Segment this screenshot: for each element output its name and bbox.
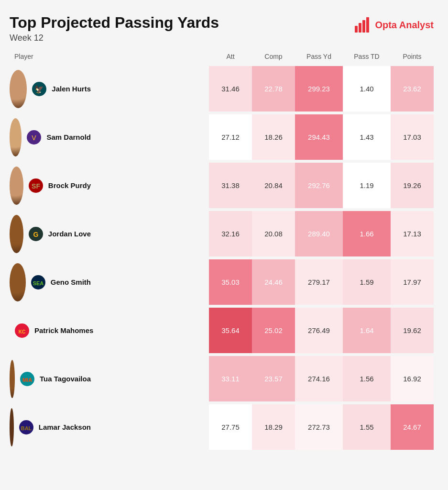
stat-passyd: 292.76 <box>295 163 343 208</box>
player-name: Tua Tagovailoa <box>40 375 91 383</box>
stat-att: 35.03 <box>209 259 252 305</box>
stat-passyd: 276.49 <box>295 308 343 353</box>
opta-logo-icon <box>354 16 371 33</box>
svg-point-5 <box>13 91 23 99</box>
logo-block: Opta Analyst <box>354 16 434 33</box>
player-identity: G Jordan Love <box>10 215 91 253</box>
stat-passtd: 1.40 <box>343 66 391 111</box>
stat-comp: 23.57 <box>252 356 295 401</box>
col-header-comp: Comp <box>252 53 295 60</box>
team-logo: SEA <box>31 275 46 290</box>
svg-point-21 <box>13 285 22 292</box>
stat-comp: 22.78 <box>252 66 295 111</box>
stat-points: 19.26 <box>391 163 434 208</box>
svg-text:SF: SF <box>32 182 40 190</box>
page-title: Top Projected Passing Yards <box>10 14 219 31</box>
player-identity: V Sam Darnold <box>10 118 91 156</box>
player-identity: BAL Lamar Jackson <box>10 408 91 446</box>
player-name: Geno Smith <box>51 278 91 286</box>
week-label: Week 12 <box>10 33 219 43</box>
svg-point-12 <box>14 181 20 187</box>
stat-att: 31.46 <box>209 66 252 111</box>
team-logo: 🦅 <box>32 81 47 97</box>
logo-opta: Opta <box>375 20 397 30</box>
table-row: V Sam Darnold 27.12 18.26 294.43 1.43 17… <box>10 114 434 160</box>
player-identity: KC Patrick Mahomes <box>10 312 91 350</box>
table-row: BAL Lamar Jackson 27.75 18.29 272.73 1.5… <box>10 404 434 450</box>
stat-points: 17.97 <box>391 259 434 305</box>
team-logo: KC <box>14 323 30 338</box>
team-logo: MIA <box>20 371 35 387</box>
stat-comp: 20.84 <box>252 163 295 208</box>
svg-rect-0 <box>355 26 358 33</box>
player-name: Sam Darnold <box>46 133 91 141</box>
stat-att: 27.12 <box>209 114 252 160</box>
team-logo: V <box>26 130 42 145</box>
player-name: Jalen Hurts <box>52 85 91 93</box>
stat-passyd: 272.73 <box>295 404 343 450</box>
stat-comp: 18.29 <box>252 404 295 450</box>
stat-passtd: 1.59 <box>343 259 391 305</box>
avatar <box>10 263 26 301</box>
stat-att: 33.11 <box>209 356 252 401</box>
svg-rect-2 <box>362 20 365 33</box>
stats-table: Player Att Comp Pass Yd Pass TD Points 🦅… <box>10 53 434 450</box>
svg-rect-3 <box>366 17 369 33</box>
logo-analyst: Analyst <box>397 20 434 30</box>
avatar <box>10 118 22 156</box>
col-header-passtd: Pass TD <box>343 53 391 60</box>
player-identity: SF Brock Purdy <box>10 167 91 205</box>
svg-text:V: V <box>32 134 37 142</box>
stat-points: 17.13 <box>391 211 434 256</box>
column-headers: Player Att Comp Pass Yd Pass TD Points <box>10 53 434 64</box>
avatar <box>10 167 23 205</box>
svg-text:SEA: SEA <box>33 280 44 286</box>
logo-text: Opta Analyst <box>375 20 434 31</box>
svg-point-20 <box>14 277 21 283</box>
stat-comp: 18.26 <box>252 114 295 160</box>
svg-text:G: G <box>33 231 38 238</box>
svg-point-4 <box>15 83 22 90</box>
svg-point-28 <box>11 377 13 379</box>
player-identity: MIA Tua Tagovailoa <box>10 360 91 398</box>
table-row: G Jordan Love 32.16 20.08 289.40 1.66 17… <box>10 211 434 256</box>
avatar <box>10 360 15 398</box>
player-name: Patrick Mahomes <box>34 326 93 334</box>
svg-point-29 <box>11 379 13 382</box>
team-logo: SF <box>28 178 44 193</box>
stat-points: 23.62 <box>391 66 434 111</box>
stat-att: 27.75 <box>209 404 252 450</box>
title-block: Top Projected Passing Yards Week 12 <box>10 14 219 43</box>
col-header-att: Att <box>209 53 252 60</box>
stat-points: 24.67 <box>391 404 434 450</box>
stat-points: 16.92 <box>391 356 434 401</box>
stat-att: 35.64 <box>209 308 252 353</box>
svg-text:MIA: MIA <box>22 377 32 383</box>
team-logo: BAL <box>19 420 34 435</box>
player-rows: 🦅 Jalen Hurts 31.46 22.78 299.23 1.40 23… <box>10 66 434 450</box>
stat-passyd: 279.17 <box>295 259 343 305</box>
stat-points: 17.03 <box>391 114 434 160</box>
stat-passtd: 1.64 <box>343 308 391 353</box>
team-logo: G <box>28 226 44 242</box>
stat-passtd: 1.43 <box>343 114 391 160</box>
svg-point-17 <box>12 236 20 242</box>
stat-passyd: 274.16 <box>295 356 343 401</box>
stat-passyd: 289.40 <box>295 211 343 256</box>
svg-point-9 <box>12 139 19 145</box>
table-row: 🦅 Jalen Hurts 31.46 22.78 299.23 1.40 23… <box>10 66 434 111</box>
player-identity: 🦅 Jalen Hurts <box>10 70 91 108</box>
avatar <box>10 408 14 446</box>
stat-passyd: 299.23 <box>295 66 343 111</box>
svg-point-33 <box>11 428 13 430</box>
col-header-passyd: Pass Yd <box>295 53 343 60</box>
table-row: KC Patrick Mahomes 35.64 25.02 276.49 1.… <box>10 308 434 353</box>
player-name: Brock Purdy <box>48 181 91 189</box>
avatar <box>10 215 23 253</box>
stat-comp: 25.02 <box>252 308 295 353</box>
avatar <box>10 70 27 108</box>
svg-point-16 <box>14 229 20 235</box>
table-row: MIA Tua Tagovailoa 33.11 23.57 274.16 1.… <box>10 356 434 401</box>
stat-att: 31.38 <box>209 163 252 208</box>
stat-passtd: 1.19 <box>343 163 391 208</box>
